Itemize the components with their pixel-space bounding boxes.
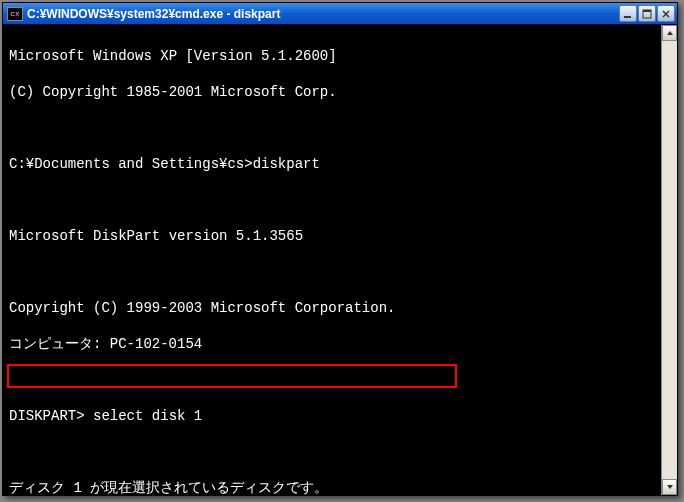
chevron-up-icon	[666, 29, 674, 37]
minimize-icon	[623, 9, 633, 19]
cmd-window: cx C:¥WINDOWS¥system32¥cmd.exe - diskpar…	[2, 2, 678, 496]
scroll-track[interactable]	[662, 41, 677, 479]
cmd-icon: cx	[7, 7, 23, 21]
console-line: ディスク 1 が現在選択されているディスクです。	[9, 479, 655, 495]
chevron-down-icon	[666, 483, 674, 491]
console-line: Microsoft DiskPart version 5.1.3565	[9, 227, 655, 245]
svg-rect-0	[624, 16, 631, 18]
titlebar[interactable]: cx C:¥WINDOWS¥system32¥cmd.exe - diskpar…	[3, 3, 677, 25]
console-line: コンピュータ: PC-102-0154	[9, 335, 655, 353]
console-line: DISKPART> select disk 1	[9, 407, 655, 425]
console-line	[9, 191, 655, 209]
console-line	[9, 443, 655, 461]
console-line	[9, 263, 655, 281]
console-line	[9, 119, 655, 137]
window-controls	[619, 5, 675, 22]
svg-rect-2	[643, 10, 651, 12]
console-line	[9, 371, 655, 389]
close-icon	[661, 9, 671, 19]
scroll-up-button[interactable]	[662, 25, 677, 41]
console-area: Microsoft Windows XP [Version 5.1.2600] …	[3, 25, 677, 495]
scroll-down-button[interactable]	[662, 479, 677, 495]
console-line: Copyright (C) 1999-2003 Microsoft Corpor…	[9, 299, 655, 317]
console-line: (C) Copyright 1985-2001 Microsoft Corp.	[9, 83, 655, 101]
console-line: Microsoft Windows XP [Version 5.1.2600]	[9, 47, 655, 65]
vertical-scrollbar[interactable]	[661, 25, 677, 495]
minimize-button[interactable]	[619, 5, 637, 22]
close-button[interactable]	[657, 5, 675, 22]
maximize-button[interactable]	[638, 5, 656, 22]
maximize-icon	[642, 9, 652, 19]
console-output[interactable]: Microsoft Windows XP [Version 5.1.2600] …	[3, 25, 661, 495]
window-title: C:¥WINDOWS¥system32¥cmd.exe - diskpart	[27, 7, 619, 21]
console-line: C:¥Documents and Settings¥cs>diskpart	[9, 155, 655, 173]
